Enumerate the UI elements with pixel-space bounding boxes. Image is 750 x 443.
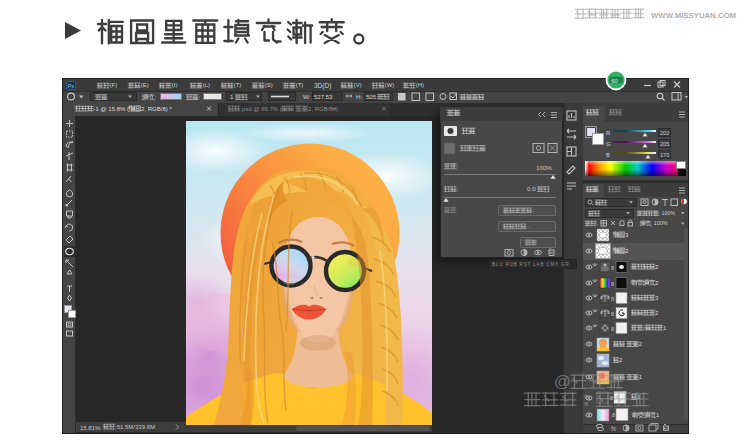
svg-text::51.5M/339.6M: :51.5M/339.6M — [115, 424, 155, 430]
svg-text:Ps: Ps — [68, 83, 75, 89]
svg-text:100%: 100% — [536, 164, 552, 171]
svg-text:(L): (L) — [203, 82, 210, 88]
svg-text:2, RGB/8#): 2, RGB/8#) — [308, 106, 338, 112]
svg-text:8: 8 — [611, 281, 614, 287]
svg-text:1: 1 — [639, 374, 643, 380]
svg-text:(I): (I) — [172, 82, 178, 88]
svg-text:: 100%: : 100% — [659, 210, 676, 216]
svg-text:R: R — [606, 130, 610, 136]
svg-text:3D(D): 3D(D) — [314, 82, 331, 90]
svg-text:8: 8 — [612, 412, 615, 418]
svg-text:: 100%: : 100% — [651, 220, 668, 226]
svg-text:fx: fx — [611, 425, 617, 432]
svg-text:@: @ — [554, 372, 571, 390]
svg-text:B: B — [606, 152, 610, 158]
svg-text:1: 1 — [656, 412, 660, 418]
svg-text:3: 3 — [625, 232, 629, 238]
svg-text:(W): (W) — [385, 82, 395, 88]
svg-text:202: 202 — [660, 130, 669, 136]
svg-text:(E): (E) — [141, 82, 149, 88]
svg-text:(V): (V) — [354, 82, 362, 88]
svg-text:2: 2 — [655, 310, 659, 316]
svg-text:2: 2 — [639, 341, 643, 347]
svg-text:...: ... — [532, 207, 537, 213]
svg-text:W:: W: — [303, 93, 311, 100]
svg-text:WWW.MISSYUAN.COM: WWW.MISSYUAN.COM — [651, 11, 736, 20]
svg-text:8: 8 — [611, 265, 614, 271]
svg-text:G: G — [606, 141, 611, 147]
svg-text:H:: H: — [356, 93, 362, 100]
svg-text:1: 1 — [230, 93, 234, 100]
svg-text:...: ... — [526, 223, 531, 229]
svg-text:15.81%: 15.81% — [80, 425, 101, 431]
svg-text:2: 2 — [655, 264, 659, 270]
svg-text:2: 2 — [625, 248, 629, 254]
svg-text:8: 8 — [611, 311, 614, 317]
svg-text:/: / — [643, 325, 645, 331]
svg-text:170: 170 — [660, 152, 669, 158]
svg-text:1: 1 — [663, 325, 667, 331]
svg-text:8: 8 — [610, 395, 613, 401]
svg-text:.psd @ 66.7% (: .psd @ 66.7% ( — [240, 106, 281, 112]
svg-text::: : — [456, 162, 458, 169]
svg-text:60: 60 — [612, 78, 618, 84]
svg-text:2: 2 — [655, 280, 659, 286]
svg-text::: : — [456, 185, 458, 192]
svg-text:(S): (S) — [265, 82, 273, 88]
svg-text::: : — [596, 220, 598, 226]
svg-text:505: 505 — [366, 94, 377, 100]
svg-text:BLU RUB RST LAB CMX GR: BLU RUB RST LAB CMX GR — [492, 262, 570, 267]
svg-text:(T): (T) — [234, 82, 242, 88]
svg-text:2, RGB/8) *: 2, RGB/8) * — [141, 106, 172, 112]
svg-text:(F): (F) — [110, 82, 118, 88]
svg-text:8: 8 — [611, 296, 614, 302]
svg-text:(H): (H) — [416, 82, 424, 88]
svg-text::: : — [198, 93, 200, 100]
svg-text:3: 3 — [655, 295, 659, 301]
svg-text:-1 @ 15.8% (: -1 @ 15.8% ( — [94, 106, 129, 112]
svg-text::: : — [154, 93, 156, 100]
svg-text:0.0: 0.0 — [527, 185, 536, 192]
svg-text:205: 205 — [660, 141, 669, 147]
svg-text:(T): (T) — [296, 82, 304, 88]
svg-text:527.53: 527.53 — [314, 94, 333, 100]
svg-text:8: 8 — [611, 326, 614, 332]
svg-text:2: 2 — [619, 357, 623, 363]
